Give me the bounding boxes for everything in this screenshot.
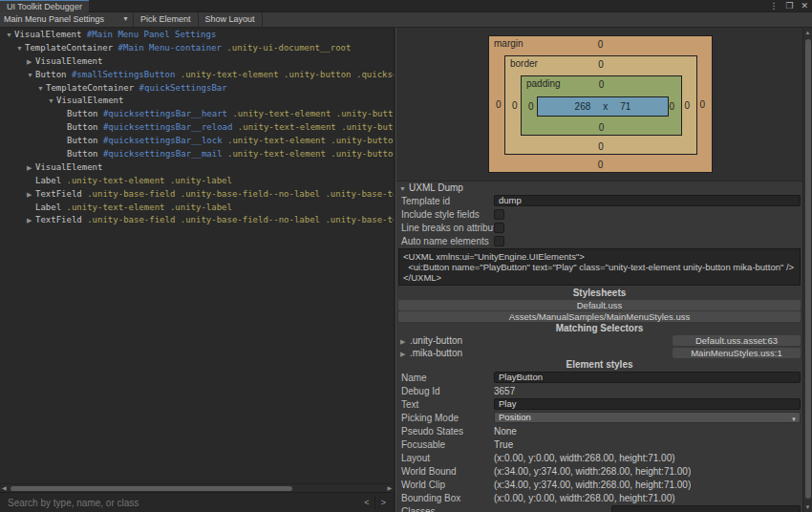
element-styles-header: Element styles <box>396 359 802 371</box>
tree-element-name: #quicksettingsBar__reload <box>98 122 233 132</box>
tree-element-name: #smallSettingsButton <box>67 70 176 79</box>
collapse-arrow-icon[interactable]: ▼ <box>399 182 409 195</box>
element-style-label: Name <box>396 373 494 383</box>
border-bottom-value: 0 <box>505 141 696 152</box>
tree-element-type: Button <box>67 136 98 145</box>
expand-arrow-icon[interactable]: ▶ <box>27 161 35 175</box>
stylesheet-button[interactable]: Assets/ManualSamples/MainMenuStyles.uss <box>398 311 801 322</box>
show-layout-button[interactable]: Show Layout <box>199 12 263 27</box>
expand-arrow-icon[interactable]: ▶ <box>27 55 35 69</box>
tree-row[interactable]: Button #quicksettingsBar__reload .unity-… <box>0 121 394 135</box>
search-prev-button[interactable]: < <box>359 496 375 510</box>
expand-arrow-icon[interactable]: ▶ <box>400 351 410 358</box>
maximize-icon[interactable]: ❐ <box>785 0 793 12</box>
element-style-field[interactable]: Play <box>494 398 801 410</box>
padding-top-value: 0 <box>522 79 681 90</box>
horizontal-scroll-thumb[interactable] <box>11 486 292 491</box>
tree-element-name: #quicksettingsBar__lock <box>98 136 223 145</box>
element-style-row: TextPlay <box>396 397 802 411</box>
element-style-row: World Bound(x:34.00, y:374.00, width:268… <box>396 464 802 478</box>
uxml-option-label: Line breaks on attributes <box>396 223 494 233</box>
element-style-row: Picking ModePosition▼ <box>396 411 802 424</box>
tree-row[interactable]: ▶TextField .unity-base-field .unity-base… <box>0 188 394 202</box>
tree-row[interactable]: ▼TemplateContainer #Main Menu-container … <box>0 42 394 55</box>
matching-selector-row: ▶.mika-buttonMainMenuStyles.uss:1 <box>396 347 802 359</box>
vertical-scroll-thumb[interactable] <box>805 39 811 499</box>
padding-bottom-value: 0 <box>522 122 681 133</box>
picking-mode-dropdown[interactable]: Position▼ <box>494 412 801 423</box>
box-model-diagram: margin 0 0 0 0 border 0 0 0 0 padding <box>396 28 802 181</box>
template-id-field[interactable]: dump <box>494 195 801 206</box>
margin-bottom-value: 0 <box>489 160 712 170</box>
stylesheet-button[interactable]: Default.uss <box>398 300 801 310</box>
collapse-arrow-icon[interactable]: ▼ <box>48 95 56 108</box>
checkbox[interactable] <box>494 236 504 246</box>
window-tab[interactable]: UI Toolkit Debugger <box>0 0 89 12</box>
box-model-content: 268 x 71 <box>537 96 669 117</box>
element-style-field[interactable]: PlayButton <box>494 372 801 383</box>
uxml-option-label: Include style fields <box>396 209 494 220</box>
selector-label: .mika-button <box>410 348 462 358</box>
uxml-option-row: Include style fields <box>396 207 802 221</box>
pick-element-button[interactable]: Pick Element <box>134 12 199 27</box>
search-input[interactable] <box>0 493 353 512</box>
tree-row[interactable]: ▼VisualElement #Main Menu Panel Settings <box>0 29 394 42</box>
checkbox[interactable] <box>494 209 504 220</box>
search-next-button[interactable]: > <box>375 496 392 510</box>
close-icon[interactable]: ✕ <box>801 0 808 12</box>
tree-row[interactable]: Button #quicksettingsBar__lock .unity-te… <box>0 135 394 148</box>
tree-row[interactable]: ▼TemplateContainer #quickSettingsBar <box>0 82 394 96</box>
selector-name: ▶.unity-button <box>396 335 673 346</box>
element-style-row: Pseudo StatesNone <box>396 424 802 437</box>
margin-top-value: 0 <box>489 39 712 50</box>
collapse-arrow-icon[interactable]: ▼ <box>16 42 25 55</box>
tree-row[interactable]: ▼VisualElement <box>0 95 394 108</box>
box-model-border: border 0 0 0 0 padding 0 0 0 0 <box>504 55 697 155</box>
tree-element-type: Label <box>35 176 61 185</box>
tree-element-type: VisualElement <box>35 56 102 66</box>
border-right-value: 0 <box>684 100 690 111</box>
debugger-toolbar: Main Menu Panel Settings ▼ Pick Element … <box>0 12 812 28</box>
tree-element-classes: .unity-text-element .unity-button .quick… <box>175 70 394 79</box>
element-style-label: World Bound <box>396 466 494 477</box>
expand-arrow-icon[interactable]: ▶ <box>27 214 35 227</box>
details-vertical-scrollbar[interactable]: ▲ ▼ <box>802 28 812 512</box>
tree-row[interactable]: Label .unity-text-element .unity-label <box>0 202 394 215</box>
element-style-value: (x:34.00, y:374.00, width:268.00, height… <box>494 466 691 477</box>
tree-row[interactable]: ▶VisualElement <box>0 55 394 69</box>
selector-source-button[interactable]: Default.uss.asset:63 <box>673 335 801 346</box>
tree-element-type: TextField <box>35 215 82 224</box>
tree-element-name: #Main Menu Panel Settings <box>81 30 216 39</box>
collapse-arrow-icon[interactable]: ▼ <box>27 69 35 82</box>
window-title: UI Toolkit Debugger <box>7 2 82 11</box>
element-style-field[interactable] <box>611 505 801 512</box>
tree-row[interactable]: Button #quicksettingsBar__heart .unity-t… <box>0 108 394 121</box>
expand-arrow-icon[interactable]: ▶ <box>27 188 35 202</box>
template-id-row: Template id dump <box>396 194 802 207</box>
tree-horizontal-scrollbar[interactable]: ◀ ▶ <box>0 483 394 492</box>
selector-source-button[interactable]: MainMenuStyles.uss:1 <box>673 348 801 358</box>
tree-element-classes: .unity-base-field .unity-base-field--no-… <box>82 189 394 199</box>
checkbox[interactable] <box>494 223 504 233</box>
uxml-dump-foldout[interactable]: ▼UXML Dump <box>396 181 802 194</box>
menu-dots-icon[interactable]: ⋮ <box>769 0 778 12</box>
scroll-up-arrow-icon[interactable]: ▲ <box>803 30 812 35</box>
expand-arrow-icon[interactable]: ▶ <box>400 338 410 346</box>
tree-row[interactable]: ▶TextField .unity-base-field .unity-base… <box>0 214 394 227</box>
tree-row[interactable]: Label .unity-text-element .unity-label <box>0 175 394 188</box>
tree-element-type: VisualElement <box>56 96 123 105</box>
element-style-value: (x:0.00, y:0.00, width:268.00, height:71… <box>494 453 675 463</box>
element-style-label: Classes <box>396 506 494 512</box>
collapse-arrow-icon[interactable]: ▼ <box>37 82 46 96</box>
panel-context-dropdown[interactable]: Main Menu Panel Settings ▼ <box>0 12 134 27</box>
tree-row[interactable]: Button #quicksettingsBar__mail .unity-te… <box>0 148 394 161</box>
scroll-down-arrow-icon[interactable]: ▼ <box>803 504 812 510</box>
panel-context-label: Main Menu Panel Settings <box>4 14 104 24</box>
tree-row[interactable]: ▼Button #smallSettingsButton .unity-text… <box>0 69 394 82</box>
tree-element-classes: .unity-text-element .unity-button . <box>223 149 394 159</box>
element-style-label: Debug Id <box>396 386 494 396</box>
margin-left-value: 0 <box>496 99 502 110</box>
tree-row[interactable]: ▶VisualElement <box>0 161 394 175</box>
uxml-dump-header: UXML Dump <box>409 182 463 193</box>
collapse-arrow-icon[interactable]: ▼ <box>6 29 14 42</box>
